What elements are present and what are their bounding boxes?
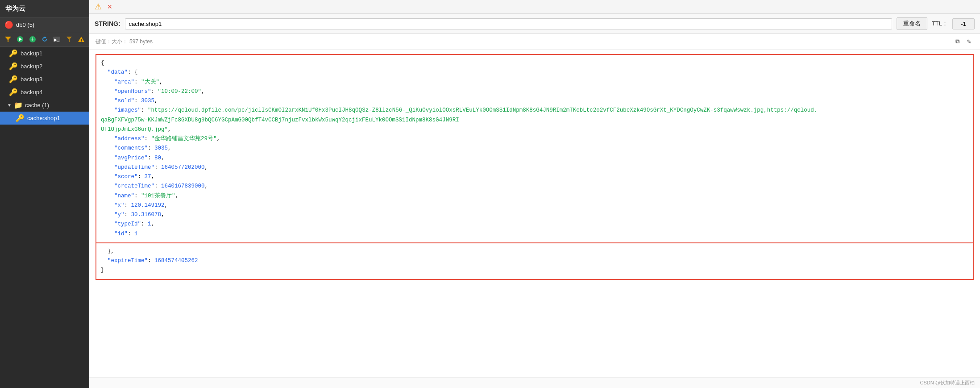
sidebar-item-label: backup3 bbox=[21, 76, 42, 83]
alert-icon[interactable]: ! bbox=[76, 34, 87, 45]
ttl-label: TTL： bbox=[932, 20, 948, 28]
json-editor-expire[interactable]: }, "expireTime": 1684574405262 } bbox=[96, 243, 974, 280]
database-icon: 🔴 bbox=[4, 21, 13, 29]
svg-marker-7 bbox=[66, 37, 72, 42]
filter-icon[interactable] bbox=[3, 34, 13, 45]
content-area[interactable]: { "data": { "area": "大关", "openHours": "… bbox=[89, 50, 980, 377]
sidebar-item-label: backup2 bbox=[21, 63, 42, 70]
sidebar-item-backup4[interactable]: 🔑 backup4 bbox=[0, 86, 89, 99]
copy-icon[interactable]: ⧉ bbox=[952, 37, 962, 46]
sidebar-item-label: backup1 bbox=[21, 50, 42, 57]
string-type-label: STRING: bbox=[95, 20, 120, 27]
sidebar: 华为云 🔴 db0 (5) + ▶_ ! 🔑 backup1 🔑 bbox=[0, 0, 89, 388]
ttl-value: -1 bbox=[952, 18, 975, 29]
sidebar-item-label: backup4 bbox=[21, 89, 42, 96]
key-icon: 🔑 bbox=[9, 62, 18, 71]
sidebar-item-backup1[interactable]: 🔑 backup1 bbox=[0, 47, 89, 60]
warning-icon: ⚠ bbox=[95, 2, 102, 12]
chevron-down-icon: ▼ bbox=[7, 103, 12, 108]
refresh-icon[interactable] bbox=[39, 34, 50, 45]
rename-button[interactable]: 重命名 bbox=[897, 17, 927, 30]
sidebar-toolbar: + ▶_ ! bbox=[0, 32, 89, 47]
key-icon: 🔑 bbox=[9, 75, 18, 83]
kv-info-label: 键值：大小： bbox=[96, 38, 128, 46]
svg-text:+: + bbox=[31, 36, 34, 42]
terminal-icon[interactable]: ▶_ bbox=[52, 34, 62, 45]
kv-info: 键值：大小： 597 bytes ⧉ ✎ bbox=[89, 34, 980, 50]
footer-watermark: CSDN @伙加特遇上西柚 bbox=[89, 377, 980, 388]
error-icon: ✕ bbox=[107, 3, 112, 10]
svg-text:▶_: ▶_ bbox=[54, 38, 60, 42]
kv-size: 597 bytes bbox=[129, 38, 153, 45]
folder-icon: 📁 bbox=[14, 101, 23, 109]
sidebar-item-label: cache (1) bbox=[25, 102, 49, 108]
start-icon[interactable] bbox=[15, 34, 25, 45]
key-icon: 🔑 bbox=[9, 88, 18, 96]
db-row[interactable]: 🔴 db0 (5) bbox=[0, 18, 89, 32]
json-editor-main[interactable]: { "data": { "area": "大关", "openHours": "… bbox=[96, 54, 974, 243]
svg-marker-0 bbox=[5, 37, 11, 42]
app-title: 华为云 bbox=[0, 0, 89, 18]
key-input[interactable] bbox=[125, 18, 892, 29]
add-icon[interactable]: + bbox=[27, 34, 37, 45]
edit-icon[interactable]: ✎ bbox=[964, 37, 974, 46]
key-icon: 🔑 bbox=[9, 49, 18, 58]
sidebar-item-backup2[interactable]: 🔑 backup2 bbox=[0, 60, 89, 73]
sidebar-item-cache[interactable]: ▼ 📁 cache (1) bbox=[0, 99, 89, 112]
sidebar-item-label: cache:shop1 bbox=[27, 115, 60, 121]
funnel-icon[interactable] bbox=[64, 34, 74, 45]
sidebar-item-backup3[interactable]: 🔑 backup3 bbox=[0, 73, 89, 86]
topbar: STRING: 重命名 TTL： -1 bbox=[89, 14, 980, 34]
main-panel: ⚠ ✕ STRING: 重命名 TTL： -1 键值：大小： 597 bytes… bbox=[89, 0, 980, 388]
key-icon: 🔑 bbox=[16, 114, 25, 122]
sidebar-item-cache-shop1[interactable]: 🔑 cache:shop1 bbox=[0, 112, 89, 125]
svg-text:!: ! bbox=[81, 38, 82, 42]
main-header: ⚠ ✕ bbox=[89, 0, 980, 14]
